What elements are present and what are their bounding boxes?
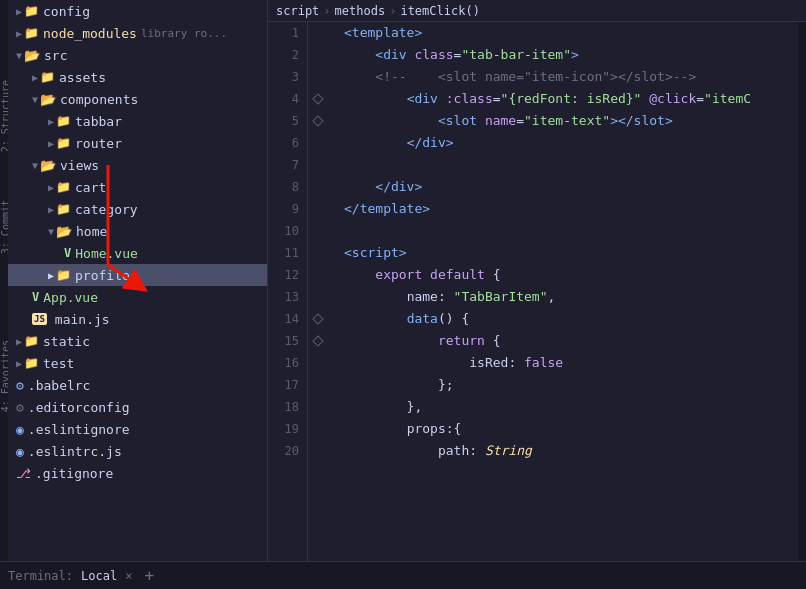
code-line-7 (344, 154, 798, 176)
folder-icon: 📁 (40, 70, 55, 84)
breadcrumb-itemclick[interactable]: itemClick() (400, 4, 479, 18)
sidebar-item-label: Home.vue (75, 246, 138, 261)
sidebar-item-label: router (75, 136, 122, 151)
favorites-label: 4: Favorites (0, 340, 8, 412)
sidebar-item-components[interactable]: ▼ 📂 components (8, 88, 267, 110)
gutter-4 (308, 88, 328, 110)
sidebar-item-label: App.vue (43, 290, 98, 305)
sidebar-item-sublabel: library ro... (141, 27, 227, 40)
sidebar-item-profile[interactable]: ▶ 📁 profile (8, 264, 267, 286)
gutter-19 (308, 418, 328, 440)
chevron-right-icon: ▶ (48, 138, 54, 149)
gutter-20 (308, 440, 328, 462)
terminal-close-button[interactable]: × (125, 569, 132, 583)
line-num-10: 10 (268, 220, 299, 242)
breadcrumb-methods[interactable]: methods (335, 4, 386, 18)
js-icon: JS (32, 313, 47, 325)
sidebar-item-label: node_modules (43, 26, 137, 41)
sidebar-item-app-vue[interactable]: V App.vue (8, 286, 267, 308)
file-tree: ▶ 📁 config ▶ 📁 node_modules library ro..… (8, 0, 268, 561)
gutter-8 (308, 176, 328, 198)
sidebar-item-eslintignore[interactable]: ◉ .eslintignore (8, 418, 267, 440)
code-line-5: <slot name="item-text"></slot> (344, 110, 798, 132)
sidebar-item-eslintrc[interactable]: ◉ .eslintrc.js (8, 440, 267, 462)
line-num-12: 12 (268, 264, 299, 286)
line-numbers: 1 2 3 4 5 6 7 8 9 10 11 12 13 14 15 16 1… (268, 22, 308, 561)
sidebar-item-editorconfig[interactable]: ⚙ .editorconfig (8, 396, 267, 418)
sidebar-item-label: components (60, 92, 138, 107)
sidebar-item-label: home (76, 224, 107, 239)
chevron-right-icon: ▶ (16, 358, 22, 369)
editor-code-area: 1 2 3 4 5 6 7 8 9 10 11 12 13 14 15 16 1… (268, 22, 806, 561)
folder-icon: 📁 (24, 4, 39, 18)
line-num-8: 8 (268, 176, 299, 198)
sidebar-item-static[interactable]: ▶ 📁 static (8, 330, 267, 352)
commit-label: 3: Commit (0, 200, 8, 254)
sidebar-item-tabbar[interactable]: ▶ 📁 tabbar (8, 110, 267, 132)
sidebar-item-home[interactable]: ▼ 📂 home (8, 220, 267, 242)
gutter-9 (308, 198, 328, 220)
line-num-11: 11 (268, 242, 299, 264)
line-num-19: 19 (268, 418, 299, 440)
breadcrumb-sep-1: › (323, 4, 330, 18)
sidebar-item-src[interactable]: ▼ 📂 src (8, 44, 267, 66)
gutter-12 (308, 264, 328, 286)
sidebar-item-router[interactable]: ▶ 📁 router (8, 132, 267, 154)
folder-icon: 📁 (24, 26, 39, 40)
breadcrumb: script › methods › itemClick() (268, 0, 806, 22)
sidebar-item-cart[interactable]: ▶ 📁 cart (8, 176, 267, 198)
gutter-7 (308, 154, 328, 176)
chevron-right-icon: ▶ (16, 336, 22, 347)
gutter (308, 22, 328, 561)
line-num-5: 5 (268, 110, 299, 132)
terminal-label: Terminal: (8, 569, 73, 583)
folder-icon: 📁 (24, 334, 39, 348)
sidebar-item-category[interactable]: ▶ 📁 category (8, 198, 267, 220)
code-lines[interactable]: <template> <div class="tab-bar-item"> <!… (328, 22, 798, 561)
sidebar-item-label: .gitignore (35, 466, 113, 481)
line-num-3: 3 (268, 66, 299, 88)
code-line-2: <div class="tab-bar-item"> (344, 44, 798, 66)
sidebar-item-config[interactable]: ▶ 📁 config (8, 0, 267, 22)
line-num-15: 15 (268, 330, 299, 352)
sidebar-item-main-js[interactable]: JS main.js (8, 308, 267, 330)
sidebar-item-assets[interactable]: ▶ 📁 assets (8, 66, 267, 88)
vue-icon: V (64, 246, 71, 260)
git-icon: ⎇ (16, 466, 31, 481)
folder-icon: 📁 (56, 180, 71, 194)
sidebar-item-test[interactable]: ▶ 📁 test (8, 352, 267, 374)
sidebar-item-label: main.js (55, 312, 110, 327)
sidebar-item-views[interactable]: ▼ 📂 views (8, 154, 267, 176)
sidebar-item-home-vue[interactable]: V Home.vue (8, 242, 267, 264)
sidebar-item-node-modules[interactable]: ▶ 📁 node_modules library ro... (8, 22, 267, 44)
breadcrumb-sep-2: › (389, 4, 396, 18)
folder-open-icon: 📂 (56, 224, 72, 239)
sidebar-item-gitignore[interactable]: ⎇ .gitignore (8, 462, 267, 484)
sidebar-item-label: src (44, 48, 67, 63)
code-line-20: path: String (344, 440, 798, 462)
code-line-1: <template> (344, 22, 798, 44)
gutter-16 (308, 352, 328, 374)
breadcrumb-script[interactable]: script (276, 4, 319, 18)
folder-open-icon: 📂 (24, 48, 40, 63)
terminal-tab-local[interactable]: Local (81, 569, 117, 583)
code-line-19: props:{ (344, 418, 798, 440)
gutter-13 (308, 286, 328, 308)
folder-open-icon: 📂 (40, 158, 56, 173)
folder-icon: 📁 (56, 268, 71, 282)
terminal-add-button[interactable]: + (144, 566, 154, 585)
chevron-down-icon: ▼ (16, 50, 22, 61)
code-line-9: </template> (344, 198, 798, 220)
sidebar-item-label: category (75, 202, 138, 217)
line-num-13: 13 (268, 286, 299, 308)
chevron-down-icon: ▼ (32, 160, 38, 171)
chevron-right-icon: ▶ (16, 28, 22, 39)
sidebar-item-label: .eslintrc.js (28, 444, 122, 459)
folder-icon: 📁 (56, 202, 71, 216)
gutter-18 (308, 396, 328, 418)
chevron-right-icon: ▶ (48, 116, 54, 127)
sidebar-item-babelrc[interactable]: ⚙ .babelrc (8, 374, 267, 396)
code-line-10 (344, 220, 798, 242)
scrollbar[interactable] (798, 22, 806, 561)
code-line-3: <!-- <slot name="item-icon"></slot>--> (344, 66, 798, 88)
